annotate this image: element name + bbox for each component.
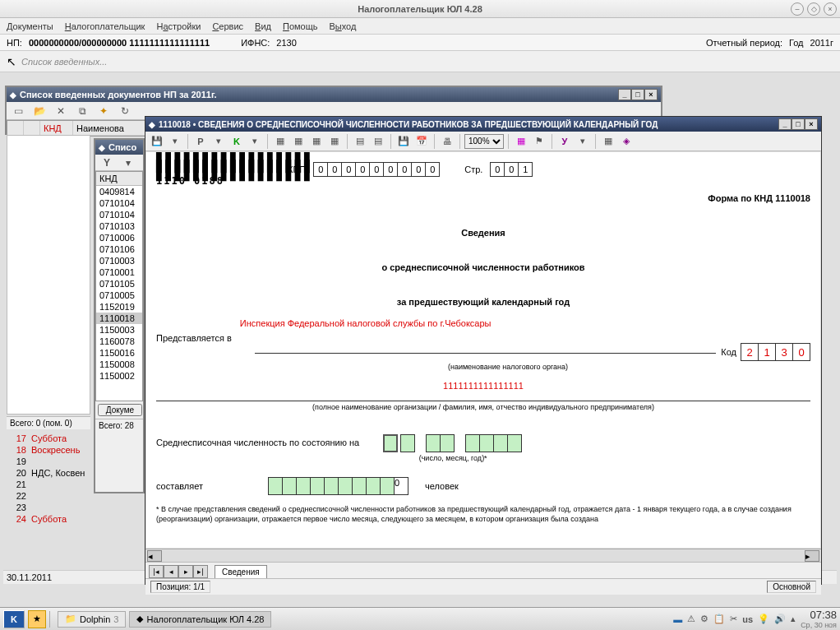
tb-delete-icon[interactable]: ✕ [53, 104, 69, 118]
inspection-name[interactable]: Инспекция Федеральной налоговой службы п… [240, 318, 810, 343]
knd-item[interactable]: 1160078 [96, 336, 142, 347]
tb-tool5-icon[interactable]: ▤ [352, 134, 368, 149]
knd-header[interactable]: КНД [96, 172, 142, 186]
zoom-select[interactable]: 100% [464, 134, 504, 149]
code-cells[interactable]: 2130 [741, 343, 810, 361]
tb-k[interactable]: K [228, 134, 245, 149]
tb-dropdown[interactable]: ▾ [167, 134, 183, 149]
knd-item[interactable]: 0710005 [96, 290, 142, 301]
form-close[interactable]: × [805, 118, 818, 130]
tb-p[interactable]: P [192, 134, 209, 149]
tb-flag-icon[interactable]: ⚑ [531, 134, 547, 149]
star-icon[interactable]: ★ [28, 610, 46, 628]
knd-item[interactable]: 0710006 [96, 232, 142, 243]
tb-tool6-icon[interactable]: ▤ [370, 134, 386, 149]
tb-tool4-icon[interactable]: ▦ [326, 134, 343, 149]
tray-expand-icon[interactable]: ▴ [791, 614, 796, 624]
tb-cal-icon[interactable]: 📅 [413, 134, 430, 149]
tb-save2-icon[interactable]: 💾 [395, 134, 412, 149]
tray-scissors-icon[interactable]: ✂ [730, 614, 737, 624]
win1-maximize[interactable]: □ [631, 89, 644, 100]
period-type[interactable]: Год [789, 38, 804, 48]
col-knd[interactable]: КНД [40, 121, 73, 136]
tb-tool1-icon[interactable]: ▦ [272, 134, 288, 149]
knd-item[interactable]: 1150016 [96, 347, 142, 359]
tb-refresh-icon[interactable]: ↻ [117, 104, 133, 118]
tray-display-icon[interactable]: ▬ [673, 614, 682, 624]
tb-cfg-icon[interactable]: ▦ [600, 134, 616, 149]
document-button[interactable]: Докуме [98, 404, 142, 416]
period-year[interactable]: 2011г [810, 38, 833, 48]
menu-help[interactable]: Помощь [283, 21, 318, 31]
col-check2[interactable] [24, 121, 40, 136]
nav-last-icon[interactable]: ▸| [193, 565, 208, 578]
knd-item[interactable]: 1150008 [96, 359, 142, 370]
date-month[interactable] [427, 434, 455, 452]
tray-alert-icon[interactable]: ⚠ [687, 614, 695, 624]
org-name[interactable]: 1111111111111111 [156, 381, 810, 391]
knd-item[interactable]: 0710001 [96, 266, 142, 278]
knd-item[interactable]: 0710103 [96, 220, 142, 232]
tb-tool2-icon[interactable]: ▦ [290, 134, 307, 149]
tb-y[interactable]: У [556, 134, 573, 149]
nav-prev-icon[interactable]: ◂ [164, 565, 178, 578]
tab-info[interactable]: Сведения [215, 565, 267, 578]
tb-copy-icon[interactable]: ⧉ [74, 104, 90, 118]
date-day[interactable] [384, 434, 415, 452]
tray-lang[interactable]: us [742, 614, 753, 624]
filter-icon[interactable]: Y [99, 155, 115, 170]
clock-time[interactable]: 07:38 [801, 609, 837, 621]
knd-item[interactable]: 0710106 [96, 243, 142, 255]
count-cells[interactable]: 0 [269, 477, 408, 495]
tray-clip-icon[interactable]: 📋 [713, 614, 725, 624]
knd-item[interactable]: 1150002 [96, 370, 142, 382]
filter-drop-icon[interactable]: ▾ [120, 155, 136, 170]
tray-gear-icon[interactable]: ⚙ [700, 614, 708, 624]
knd-item[interactable]: 1150003 [96, 324, 142, 336]
kmenu-button[interactable]: K [3, 610, 25, 628]
tray-vol-icon[interactable]: 🔊 [774, 614, 786, 624]
knd-item[interactable]: 0409814 [96, 186, 142, 197]
menu-view[interactable]: Вид [255, 21, 271, 31]
tb-tool3-icon[interactable]: ▦ [308, 134, 325, 149]
tb-yd[interactable]: ▾ [575, 134, 591, 149]
win1-close[interactable]: × [644, 89, 658, 100]
menu-settings[interactable]: Настройки [156, 21, 201, 31]
kpp-cells[interactable]: 000000000 [314, 162, 440, 177]
scroll-left-icon[interactable]: ◂ [147, 550, 162, 562]
menu-documents[interactable]: Документы [7, 21, 53, 31]
nav-next-icon[interactable]: ▸ [178, 565, 193, 578]
win1-minimize[interactable]: _ [618, 89, 631, 100]
menu-np[interactable]: Налогоплательщик [65, 21, 145, 31]
form-maximize[interactable]: □ [792, 118, 805, 130]
tb-open-icon[interactable]: 📂 [31, 104, 48, 118]
knd-item[interactable]: 1110018 [96, 313, 142, 324]
tb-new-icon[interactable]: ▭ [10, 104, 26, 118]
tb-wizard-icon[interactable]: ✦ [95, 104, 112, 118]
task-dolphin[interactable]: 📁 Dolphin 3 [58, 611, 126, 628]
date-year[interactable] [466, 434, 522, 452]
tb-sparkle-icon[interactable]: ◈ [618, 134, 635, 149]
knd-item[interactable]: 0710105 [96, 278, 142, 290]
knd-item[interactable]: 1152019 [96, 301, 142, 313]
tb-print-icon[interactable]: 🖶 [439, 134, 455, 149]
maximize-button[interactable]: ◇ [807, 2, 820, 16]
knd-item[interactable]: 0710104 [96, 209, 142, 220]
menu-exit[interactable]: Выход [329, 21, 356, 31]
tb-pd[interactable]: ▾ [210, 134, 227, 149]
tray-bulb-icon[interactable]: 💡 [758, 614, 769, 624]
knd-item[interactable]: 0710003 [96, 255, 142, 266]
knd-item[interactable]: 0710104 [96, 197, 142, 209]
h-scrollbar[interactable]: ◂ ▸ [145, 549, 821, 562]
scroll-right-icon[interactable]: ▸ [805, 550, 819, 562]
minimize-button[interactable]: – [791, 2, 804, 16]
nav-first-icon[interactable]: |◂ [149, 565, 164, 578]
menu-service[interactable]: Сервис [212, 21, 243, 31]
save-icon[interactable]: 💾 [149, 134, 165, 149]
task-app[interactable]: ◆ Налогоплательщик ЮЛ 4.28 [129, 611, 271, 628]
form-minimize[interactable]: _ [778, 118, 792, 130]
tb-kd[interactable]: ▾ [247, 134, 263, 149]
col-check[interactable] [7, 121, 24, 136]
close-button[interactable]: × [824, 2, 837, 16]
tb-grid-icon[interactable]: ▦ [513, 134, 529, 149]
